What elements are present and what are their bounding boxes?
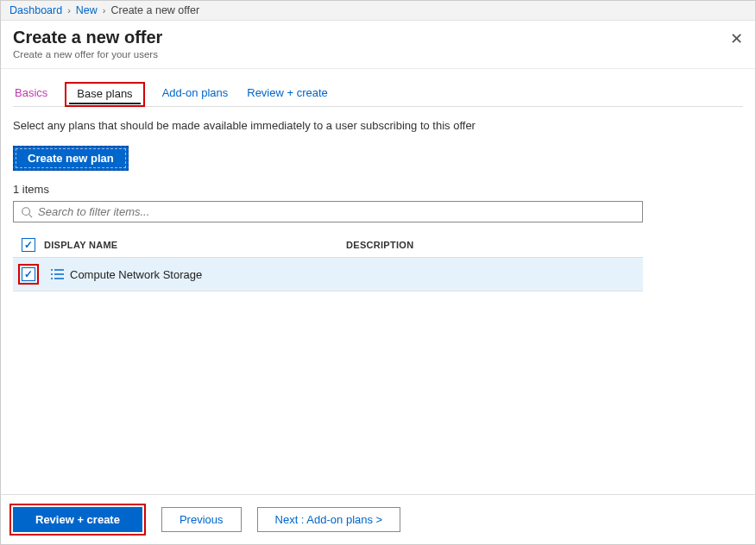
tab-base-plans[interactable]: Base plans	[65, 82, 144, 107]
review-create-button[interactable]: Review + create	[13, 507, 142, 532]
tab-review-create[interactable]: Review + create	[245, 81, 330, 106]
select-all-checkbox[interactable]	[22, 238, 35, 252]
next-button[interactable]: Next : Add-on plans >	[257, 507, 401, 532]
close-button[interactable]: ✕	[730, 31, 743, 47]
table-row[interactable]: Compute Network Storage	[13, 258, 643, 291]
column-description[interactable]: DESCRIPTION	[346, 240, 643, 250]
plan-icon	[44, 267, 70, 281]
breadcrumb-link-dashboard[interactable]: Dashboard	[9, 4, 62, 16]
svg-point-0	[22, 207, 30, 215]
column-display-name[interactable]: DISPLAY NAME	[44, 240, 346, 250]
page-subtitle: Create a new offer for your users	[13, 49, 743, 60]
tab-bar: Basics Base plans Add-on plans Review + …	[13, 81, 743, 107]
wizard-footer: Review + create Previous Next : Add-on p…	[1, 494, 755, 544]
create-new-plan-button[interactable]: Create new plan	[13, 146, 129, 171]
breadcrumb: Dashboard › New › Create a new offer	[1, 1, 755, 21]
tab-description: Select any plans that should be made ava…	[13, 119, 743, 132]
tab-basics[interactable]: Basics	[13, 81, 49, 106]
close-icon: ✕	[730, 30, 743, 47]
plans-table: DISPLAY NAME DESCRIPTION Compute Net	[13, 233, 643, 291]
chevron-right-icon: ›	[67, 5, 71, 16]
chevron-right-icon: ›	[103, 5, 106, 16]
tab-addon-plans[interactable]: Add-on plans	[161, 81, 230, 106]
search-field[interactable]	[13, 201, 643, 222]
page-header: Create a new offer Create a new offer fo…	[1, 21, 755, 69]
row-checkbox[interactable]	[22, 267, 35, 281]
breadcrumb-current: Create a new offer	[111, 4, 200, 16]
svg-line-1	[29, 214, 33, 217]
search-input[interactable]	[38, 205, 635, 218]
page-title: Create a new offer	[13, 28, 743, 47]
item-count: 1 items	[13, 183, 743, 196]
row-name: Compute Network Storage	[70, 268, 346, 281]
previous-button[interactable]: Previous	[161, 507, 242, 532]
search-icon	[21, 206, 33, 218]
breadcrumb-link-new[interactable]: New	[76, 4, 98, 16]
table-header: DISPLAY NAME DESCRIPTION	[13, 233, 643, 258]
